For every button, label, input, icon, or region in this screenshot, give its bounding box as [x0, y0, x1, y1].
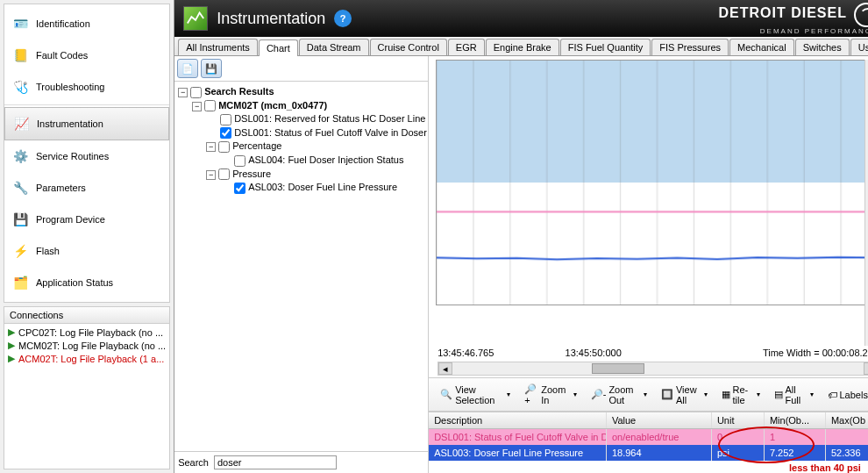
left-column: 🪪Identification📒Fault Codes🩺Troubleshoot…	[0, 0, 174, 473]
nav-item-instrumentation[interactable]: 📈Instrumentation	[4, 107, 169, 140]
tool-label: View Selection	[455, 384, 502, 405]
play-icon: ▶	[8, 326, 15, 338]
chart-tool-retile[interactable]: ▦Re-tile▾	[715, 382, 766, 408]
tool-label: Zoom Out	[608, 384, 639, 405]
grid-row[interactable]: ASL003: Doser Fuel Line Pressure18.964ps…	[429, 445, 868, 461]
tab-egr[interactable]: EGR	[448, 39, 485, 55]
tree-item[interactable]: DSL001: Reserved for Status HC Doser Lin…	[220, 112, 424, 126]
nav-item-flash[interactable]: ⚡Flash	[4, 235, 169, 267]
nav-label: Instrumentation	[37, 118, 103, 129]
nav-icon: 📈	[12, 115, 30, 133]
collapse-icon[interactable]: −	[206, 170, 216, 180]
tab-cruise-control[interactable]: Cruise Control	[370, 39, 447, 55]
grid-cell-value: on/enabled/true	[607, 429, 712, 445]
tab-engine-brake[interactable]: Engine Brake	[486, 39, 559, 55]
connection-item[interactable]: ▶ACM02T: Log File Playback (1 a...	[6, 352, 167, 365]
connections-list: ▶CPC02T: Log File Playback (no ...▶MCM02…	[4, 324, 169, 367]
tree-root-checkbox[interactable]	[190, 87, 202, 98]
tree-toolbar: 📄 💾	[174, 56, 428, 82]
chart-axis-labels: 13:45:46.765 13:45:50:000 Time Width = 0…	[429, 346, 868, 360]
chart-canvas[interactable]	[436, 60, 868, 305]
help-icon[interactable]: ?	[334, 10, 352, 27]
pressure-checkbox[interactable]	[218, 168, 230, 180]
tab-mechanical[interactable]: Mechanical	[729, 39, 794, 55]
nav-label: Troubleshooting	[36, 82, 104, 92]
chart-column: 13:45:46.765 13:45:50:000 Time Width = 0…	[429, 56, 868, 473]
nav-item-service-routines[interactable]: ⚙️Service Routines	[4, 140, 169, 172]
chart-tool-view-selection[interactable]: 🔍View Selection▾	[434, 382, 516, 408]
tool-label: View All	[676, 384, 700, 405]
nav-icon: 💾	[11, 211, 29, 228]
nav-icon: 📒	[11, 47, 29, 64]
grid-column-header[interactable]: Value	[607, 412, 712, 428]
nav-item-parameters[interactable]: 🔧Parameters	[4, 172, 169, 204]
tool-label: Zoom In	[541, 384, 569, 405]
connection-label: MCM02T: Log File Playback (no ...	[18, 340, 166, 351]
chart-tool-view-all[interactable]: 🔲View All▾	[655, 382, 714, 408]
connection-item[interactable]: ▶MCM02T: Log File Playback (no ...	[6, 339, 167, 352]
tab-user[interactable]: User	[850, 39, 868, 55]
collapse-icon[interactable]: −	[178, 88, 188, 97]
grid-cell-desc: DSL001: Status of Fuel Cutoff Valve in D…	[429, 429, 607, 445]
search-results-tree: −Search Results −MCM02T (mcm_0x0477) DSL…	[174, 82, 428, 451]
connection-item[interactable]: ▶CPC02T: Log File Playback (no ...	[6, 326, 167, 339]
time-width-label: Time Width = 00:00:08.233	[763, 348, 868, 358]
grid-column-header[interactable]: Min(Ob...	[765, 412, 826, 428]
collapse-icon[interactable]: −	[206, 142, 216, 152]
play-icon: ▶	[8, 340, 15, 351]
chart-vertical-scrollbar[interactable]	[864, 60, 868, 346]
tab-bar: All InstrumentsChartData StreamCruise Co…	[174, 37, 868, 56]
tree-btn-save[interactable]: 💾	[201, 59, 222, 78]
nav-label: Parameters	[36, 183, 86, 193]
scroll-left-arrow[interactable]: ◂	[438, 362, 452, 375]
tree-item[interactable]: ASL003: Doser Fuel Line Pressure	[234, 181, 424, 195]
collapse-icon[interactable]: −	[192, 102, 202, 111]
nav-label: Program Device	[36, 214, 105, 225]
grid-column-header[interactable]: Max(Ob	[826, 412, 868, 428]
top-banner: Instrumentation ? DETROIT DIESEL DEMAND …	[174, 0, 868, 37]
tab-all-instruments[interactable]: All Instruments	[178, 39, 258, 55]
tree-controller-checkbox[interactable]	[204, 100, 216, 111]
scroll-right-arrow[interactable]: ▸	[864, 362, 868, 375]
tool-icon: 🔎-	[591, 389, 607, 400]
tab-fis-pressures[interactable]: FIS Pressures	[651, 39, 729, 55]
scroll-thumb[interactable]	[592, 363, 644, 374]
tab-data-stream[interactable]: Data Stream	[299, 39, 369, 55]
tab-chart[interactable]: Chart	[259, 39, 298, 56]
brand-logo: DETROIT DIESEL DEMAND PERFORMANCE	[718, 3, 868, 35]
chart-horizontal-scrollbar[interactable]: ◂ ▸	[438, 362, 868, 376]
nav-icon: 🔧	[11, 179, 29, 197]
tree-checkbox[interactable]	[220, 127, 231, 139]
chart-tool-labels[interactable]: 🏷Labels▾	[822, 387, 869, 403]
nav-icon: 🗂️	[11, 274, 29, 291]
nav-item-troubleshooting[interactable]: 🩺Troubleshooting	[4, 71, 169, 103]
tree-item[interactable]: ASL004: Fuel Doser Injection Status	[234, 154, 424, 168]
connections-panel: Connections ▶CPC02T: Log File Playback (…	[4, 306, 170, 469]
tree-checkbox[interactable]	[234, 155, 245, 167]
nav-item-fault-codes[interactable]: 📒Fault Codes	[4, 39, 169, 71]
tab-switches[interactable]: Switches	[795, 39, 850, 55]
tree-item-label: DSL001: Status of Fuel Cutoff Valve in D…	[234, 127, 427, 138]
tree-checkbox[interactable]	[220, 114, 231, 125]
percentage-checkbox[interactable]	[218, 141, 230, 153]
tab-fis-fuel-quantity[interactable]: FIS Fuel Quantity	[560, 39, 651, 55]
chart-tool-zoom-out[interactable]: 🔎-Zoom Out▾	[585, 382, 653, 408]
grid-column-header[interactable]: Description	[429, 412, 607, 428]
search-row: Search	[174, 451, 428, 473]
nav-item-program-device[interactable]: 💾Program Device	[4, 204, 169, 235]
nav-label: Service Routines	[36, 151, 109, 161]
tree-btn-1[interactable]: 📄	[177, 59, 198, 78]
grid-row[interactable]: DSL001: Status of Fuel Cutoff Valve in D…	[429, 429, 868, 445]
chart-tool-all-full[interactable]: ▤All Full▾	[768, 382, 820, 408]
tool-icon: 🔍	[440, 389, 452, 400]
search-input[interactable]	[214, 455, 337, 469]
nav-item-application-status[interactable]: 🗂️Application Status	[4, 267, 169, 298]
tool-label: All Full	[786, 384, 806, 405]
nav-item-identification[interactable]: 🪪Identification	[4, 8, 169, 39]
grid-column-header[interactable]: Unit	[712, 412, 765, 428]
tree-checkbox[interactable]	[234, 183, 245, 194]
tree-item[interactable]: DSL001: Status of Fuel Cutoff Valve in D…	[220, 126, 424, 140]
tree-item-label: ASL003: Doser Fuel Line Pressure	[248, 182, 397, 192]
percentage-label: Percentage	[232, 140, 281, 151]
chart-tool-zoom-in[interactable]: 🔎+Zoom In▾	[518, 381, 583, 408]
